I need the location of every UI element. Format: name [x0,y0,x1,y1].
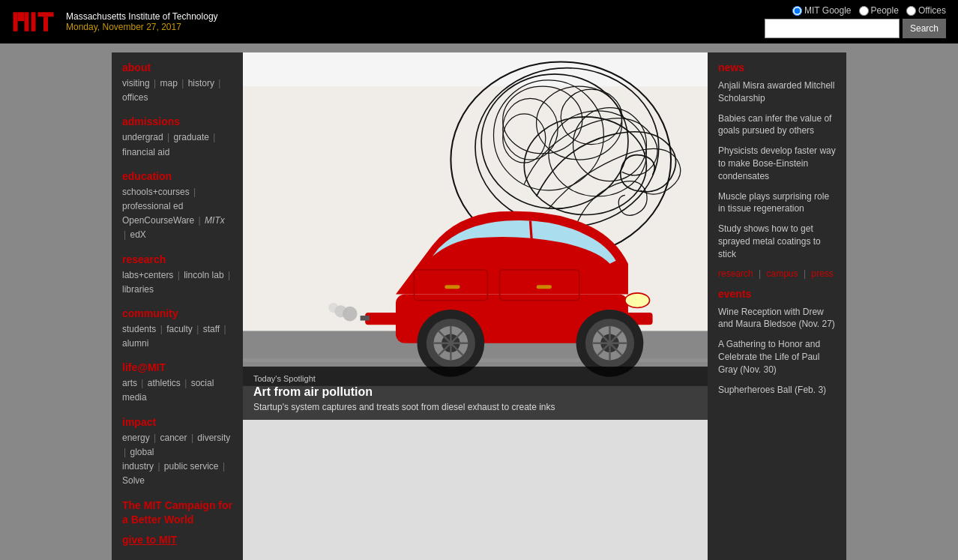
nav-community: community students | faculty | staff | a… [122,307,232,351]
nav-link-edx[interactable]: edX [130,229,145,240]
nav-link-mitx[interactable]: MITx [205,215,225,226]
nav-life: life@MIT arts | athletics | social media [122,361,232,405]
nav-link-faculty[interactable]: faculty [166,324,193,334]
nav-research-links: labs+centers | lincoln lab | libraries [122,268,232,297]
event-link-2[interactable]: A Gathering to Honor and Celebrate the L… [718,339,820,375]
nav-link-alumni[interactable]: alumni [122,338,148,349]
nav-link-offices[interactable]: offices [122,92,148,103]
radio-offices[interactable]: Offices [906,5,946,16]
nav-link-labs[interactable]: labs+centers [122,270,173,280]
svg-rect-0 [13,12,18,31]
search-button[interactable]: Search [903,19,946,38]
spotlight-caption: Today's Spotlight Art from air pollution… [243,367,708,420]
nav-community-links: students | faculty | staff | alumni [122,322,232,351]
main-wrapper: about visiting | map | history | offices… [112,52,846,560]
radio-mit-google[interactable]: MIT Google [792,5,851,16]
svg-rect-4 [31,12,36,31]
nav-about-title: about [122,61,232,73]
event-link-1[interactable]: Wine Reception with Drew and Maura Bleds… [718,307,835,330]
event-link-3[interactable]: Supherheroes Ball (Feb. 3) [718,385,826,395]
news-campus-link[interactable]: campus [767,268,798,279]
nav-link-solve[interactable]: Solve [122,475,145,486]
nav-education-title: education [122,170,232,182]
spotlight-image: Today's Spotlight Art from air pollution… [243,52,708,420]
campaign-title: The MIT Campaign for a Better World [122,499,232,526]
nav-about: about visiting | map | history | offices [122,61,232,105]
nav-link-global[interactable]: global [130,447,154,457]
svg-point-30 [625,293,650,308]
nav-admissions: admissions undergrad | graduate | financ… [122,115,232,159]
news-link-4[interactable]: Muscle plays surprising role in tissue r… [718,191,829,214]
nav-link-staff[interactable]: staff [203,324,220,334]
institution-name: Massachusetts Institute of Technology [66,11,218,22]
spotlight-title: Art from air pollution [253,385,697,399]
left-nav: about visiting | map | history | offices… [112,52,243,560]
nav-link-professional-ed[interactable]: professional ed [122,201,183,211]
news-link-1[interactable]: Anjali Misra awarded Mitchell Scholarshi… [718,80,834,103]
nav-link-energy[interactable]: energy [122,433,150,443]
svg-rect-1 [18,12,22,21]
nav-about-links: visiting | map | history | offices [122,76,232,105]
nav-link-financial-aid[interactable]: financial aid [122,147,169,157]
news-item-4: Muscle plays surprising role in tissue r… [718,190,836,216]
car-scene [243,52,708,420]
news-research-link[interactable]: research [718,268,753,279]
svg-rect-50 [361,316,370,321]
news-item-2: Babies can infer the value of goals purs… [718,112,836,138]
nav-impact-links: energy | cancer | diversity | global ind… [122,431,232,489]
nav-admissions-links: undergrad | graduate | financial aid [122,130,232,159]
news-item-3: Physicists develop faster way to make Bo… [718,145,836,182]
radio-people[interactable]: People [859,5,899,16]
spotlight-label: Today's Spotlight [253,374,697,383]
header: Massachusetts Institute of Technology Mo… [0,0,958,43]
nav-link-map[interactable]: map [160,78,178,88]
news-link-3[interactable]: Physicists develop faster way to make Bo… [718,145,836,181]
search-radios: MIT Google People Offices [792,5,946,16]
nav-life-title: life@MIT [122,361,232,373]
event-item-1: Wine Reception with Drew and Maura Bleds… [718,306,836,331]
header-text: Massachusetts Institute of Technology Mo… [66,11,218,32]
svg-rect-2 [21,12,25,21]
logo-area: Massachusetts Institute of Technology Mo… [12,7,218,37]
nav-link-graduate[interactable]: graduate [174,132,209,142]
search-input[interactable] [765,19,900,38]
right-panel: news Anjali Misra awarded Mitchell Schol… [708,52,846,560]
event-item-2: A Gathering to Honor and Celebrate the L… [718,338,836,376]
nav-link-industry[interactable]: industry [122,461,154,472]
nav-link-schools[interactable]: schools+courses [122,187,190,197]
event-item-3: Supherheroes Ball (Feb. 3) [718,384,836,397]
nav-link-lincoln[interactable]: lincoln lab [184,270,223,280]
nav-link-students[interactable]: students [122,324,156,334]
nav-impact: impact energy | cancer | diversity | glo… [122,416,232,489]
nav-impact-title: impact [122,416,232,428]
nav-link-cancer[interactable]: cancer [160,433,187,443]
spotlight-description: Startup's system captures and treats soo… [253,402,697,412]
svg-rect-27 [537,285,552,289]
svg-rect-5 [38,12,54,16]
nav-link-undergrad[interactable]: undergrad [122,132,163,142]
nav-link-ocw[interactable]: OpenCourseWare [122,215,194,226]
nav-link-athletics[interactable]: athletics [148,378,181,388]
news-link-2[interactable]: Babies can infer the value of goals purs… [718,113,831,136]
give-link[interactable]: give to MIT [122,534,232,546]
nav-link-arts[interactable]: arts [122,378,137,388]
nav-link-public-service[interactable]: public service [164,461,219,472]
nav-life-links: arts | athletics | social media [122,376,232,405]
news-link-5[interactable]: Study shows how to get sprayed metal coa… [718,223,821,259]
search-box-row: Search [765,19,946,38]
nav-research: research labs+centers | lincoln lab | li… [122,253,232,297]
svg-rect-26 [445,285,460,289]
news-press-link[interactable]: press [811,268,833,279]
mit-logo [12,7,57,37]
svg-rect-3 [25,12,29,31]
nav-education-links: schools+courses | professional ed OpenCo… [122,185,232,243]
nav-admissions-title: admissions [122,115,232,127]
svg-point-53 [328,303,338,313]
nav-link-visiting[interactable]: visiting [122,78,150,88]
nav-link-diversity[interactable]: diversity [197,433,230,443]
nav-link-history[interactable]: history [188,78,214,88]
nav-community-title: community [122,307,232,319]
campaign-block: The MIT Campaign for a Better World give… [122,499,232,545]
header-date: Monday, November 27, 2017 [66,22,218,32]
nav-link-libraries[interactable]: libraries [122,284,154,295]
